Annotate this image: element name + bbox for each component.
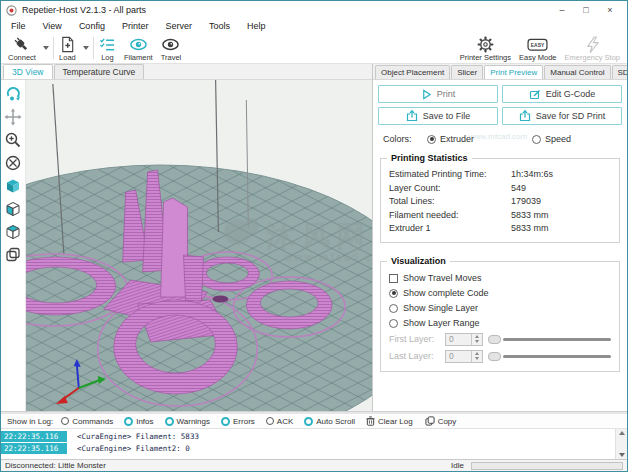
printing-statistics-title: Printing Statistics — [387, 153, 472, 163]
spin-down-icon — [475, 340, 479, 343]
ack-toggle[interactable]: ACK — [266, 417, 293, 426]
tab-sd-card[interactable]: SD Card — [612, 65, 628, 79]
menu-config[interactable]: Config — [72, 21, 115, 31]
copy-button[interactable]: Copy — [425, 416, 457, 426]
rotate-view-button[interactable] — [2, 83, 24, 104]
infos-toggle[interactable]: Infos — [124, 417, 153, 426]
errors-toggle[interactable]: Errors — [221, 417, 255, 426]
maximize-button[interactable]: □ — [574, 1, 598, 19]
parallel-projection-button[interactable] — [2, 244, 24, 265]
log-lines: 22:22:35.116 <CuraEngine> Filament: 5833… — [1, 429, 615, 459]
tab-print-preview[interactable]: Print Preview — [484, 65, 543, 79]
connect-dropdown[interactable] — [40, 33, 52, 63]
tab-3d-view[interactable]: 3D View — [3, 64, 53, 79]
connect-label: Connect — [8, 53, 36, 62]
stat-row: Total Lines:179039 — [389, 195, 611, 209]
spin-down-button[interactable] — [472, 356, 482, 362]
gear-icon — [477, 36, 494, 53]
svg-text:www.mfcad.com: www.mfcad.com — [283, 252, 372, 263]
show-complete-code-radio[interactable] — [389, 289, 398, 298]
travel-eye-icon — [161, 36, 180, 53]
last-layer-slider[interactable] — [488, 352, 611, 361]
warnings-toggle[interactable]: Warnings — [165, 417, 211, 426]
toggle-on-icon — [221, 417, 230, 426]
save-for-sd-label: Save for SD Print — [536, 111, 606, 121]
speed-label: Speed — [545, 134, 571, 144]
load-dropdown[interactable] — [80, 33, 92, 63]
log-message: <CuraEngine> Filament: 5833 — [67, 432, 199, 441]
log-entry: 22:22:35.116 <CuraEngine> Filament2: 0 — [1, 443, 615, 454]
menu-printer[interactable]: Printer — [115, 21, 159, 31]
show-layer-range-radio[interactable] — [389, 319, 398, 328]
connect-button[interactable]: Connect — [4, 33, 40, 63]
title-bar: Repetier-Host V2.1.3 - All parts – □ × — [1, 1, 627, 19]
slider-track[interactable] — [503, 338, 611, 341]
auto-scroll-toggle[interactable]: Auto Scroll — [304, 417, 355, 426]
center-view-button[interactable] — [2, 152, 24, 173]
top-view-button[interactable] — [2, 221, 24, 242]
tab-object-placement[interactable]: Object Placement — [375, 65, 450, 79]
tab-slicer[interactable]: Slicer — [451, 65, 483, 79]
content-area: 3D View Temperature Curve — [1, 64, 627, 411]
tab-manual-control[interactable]: Manual Control — [544, 65, 610, 79]
save-to-file-button[interactable]: Save to File — [378, 107, 498, 125]
log-scrollbar[interactable] — [615, 429, 627, 459]
isometric-view-button[interactable] — [2, 175, 24, 196]
close-button[interactable]: × — [598, 1, 622, 19]
export-icon — [406, 110, 418, 122]
menu-tools[interactable]: Tools — [202, 21, 240, 31]
svg-text:沐风网: 沐风网 — [265, 220, 371, 252]
colors-row: Colors: Extruder Speed www.mfcad.com — [373, 127, 627, 147]
front-view-cube-icon — [4, 200, 22, 218]
last-layer-spinner[interactable]: 0 — [445, 350, 483, 363]
printer-settings-button[interactable]: Printer Settings — [456, 33, 515, 63]
load-button[interactable]: Load — [55, 33, 80, 63]
emergency-stop-button: Emergency Stop — [561, 33, 624, 63]
show-single-layer-radio[interactable] — [389, 304, 398, 313]
clear-log-button[interactable]: Clear Log — [366, 416, 413, 426]
load-file-icon — [59, 36, 76, 53]
log-toggle-button[interactable]: Log — [95, 33, 120, 63]
show-single-layer-label: Show Single Layer — [403, 303, 478, 313]
view-toolbar — [1, 80, 26, 411]
scroll-down-icon[interactable] — [619, 453, 625, 457]
menu-view[interactable]: View — [36, 21, 72, 31]
edit-gcode-button[interactable]: Edit G-Code — [502, 85, 622, 103]
3d-viewport[interactable]: 沐风网 www.mfcad.com — [1, 80, 372, 411]
log-toolbar: Show in Log: Commands Infos Warnings Err… — [1, 414, 627, 429]
window-title: Repetier-Host V2.1.3 - All parts — [22, 5, 550, 15]
magnifier-icon — [4, 131, 22, 149]
plug-icon — [13, 36, 30, 53]
toggle-off-icon — [266, 417, 274, 425]
tab-temperature-curve[interactable]: Temperature Curve — [54, 64, 145, 79]
travel-visibility-button[interactable]: Travel — [157, 33, 186, 63]
slider-handle[interactable] — [488, 335, 501, 344]
first-layer-slider[interactable] — [488, 335, 611, 344]
print-button[interactable]: Print — [378, 85, 498, 103]
front-view-button[interactable] — [2, 198, 24, 219]
show-travel-moves-checkbox[interactable] — [389, 274, 398, 283]
move-view-button[interactable] — [2, 106, 24, 127]
save-for-sd-button[interactable]: Save for SD Print — [502, 107, 622, 125]
speed-radio[interactable] — [532, 135, 541, 144]
spin-down-button[interactable] — [472, 339, 482, 345]
easy-mode-button[interactable]: EASY Easy Mode — [515, 33, 561, 63]
filament-label: Filament — [124, 53, 153, 62]
menu-file[interactable]: File — [4, 21, 36, 31]
slider-handle[interactable] — [488, 352, 501, 361]
filament-eye-icon — [129, 36, 148, 53]
scroll-up-icon[interactable] — [619, 431, 625, 435]
filament-visibility-button[interactable]: Filament — [120, 33, 157, 63]
zoom-view-button[interactable] — [2, 129, 24, 150]
first-layer-spinner[interactable]: 0 — [445, 333, 483, 346]
commands-toggle[interactable]: Commands — [61, 417, 113, 426]
top-view-cube-icon — [4, 223, 22, 241]
toggle-on-icon — [165, 417, 174, 426]
slider-track[interactable] — [503, 355, 611, 358]
stat-value: 1h:34m:6s — [511, 168, 553, 182]
menu-server[interactable]: Server — [158, 21, 202, 31]
log-entry: 22:22:35.116 <CuraEngine> Filament: 5833 — [1, 431, 615, 442]
minimize-button[interactable]: – — [550, 1, 574, 19]
menu-help[interactable]: Help — [240, 21, 276, 31]
extruder-radio[interactable] — [427, 135, 436, 144]
